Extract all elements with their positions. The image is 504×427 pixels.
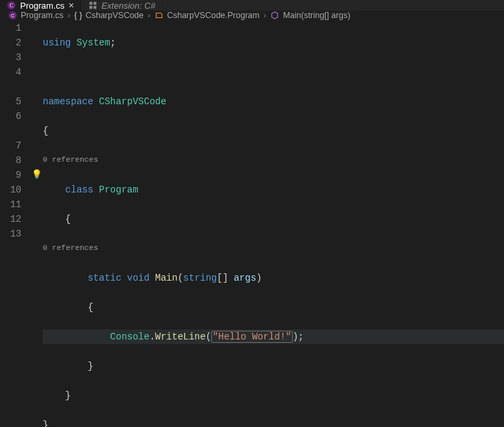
glyph-margin: 💡 [31, 21, 43, 427]
tab-program-cs[interactable]: C Program.cs × [0, 0, 82, 11]
csharp-file-icon: C [8, 11, 17, 20]
tab-extension-csharp[interactable]: Extension: C# [82, 0, 163, 11]
editor[interactable]: 1 2 3 4 5 6 7 8 9 10 11 12 13 💡 using Sy… [0, 21, 504, 427]
crumb-class[interactable]: CsharpVSCode.Program [154, 11, 259, 20]
method-icon [270, 11, 279, 20]
crumb-namespace[interactable]: { } CsharpVSCode [74, 11, 144, 20]
svg-rect-3 [94, 2, 96, 5]
tab-bar: C Program.cs × Extension: C# [0, 0, 504, 11]
braces-icon: { } [74, 11, 82, 20]
breadcrumb: C Program.cs › { } CsharpVSCode › Csharp… [0, 11, 504, 21]
svg-rect-5 [94, 6, 96, 9]
close-icon[interactable]: × [68, 0, 74, 11]
crumb-label: CsharpVSCode.Program [167, 11, 259, 20]
svg-rect-4 [89, 6, 92, 9]
chevron-right-icon: › [148, 11, 150, 20]
svg-text:C: C [11, 13, 15, 19]
svg-text:C: C [9, 3, 13, 9]
crumb-method[interactable]: Main(string[] args) [270, 11, 350, 20]
lightbulb-icon[interactable]: 💡 [31, 168, 42, 182]
csharp-file-icon: C [7, 1, 16, 10]
svg-rect-2 [89, 2, 92, 5]
crumb-label: Program.cs [21, 11, 64, 20]
codelens-references[interactable]: 0 references [43, 241, 504, 256]
tab-label: Program.cs [20, 1, 64, 11]
chevron-right-icon: › [263, 11, 266, 20]
class-icon [154, 11, 164, 20]
crumb-label: CsharpVSCode [86, 11, 144, 20]
line-gutter: 1 2 3 4 5 6 7 8 9 10 11 12 13 [0, 21, 31, 427]
codelens-references[interactable]: 0 references [43, 153, 504, 168]
chevron-right-icon: › [68, 11, 70, 20]
tab-label: Extension: C# [102, 1, 156, 11]
crumb-file[interactable]: C Program.cs [8, 11, 64, 20]
extension-icon [88, 1, 98, 10]
code-content[interactable]: using System; namespace CSharpVSCode { 0… [43, 21, 504, 427]
crumb-label: Main(string[] args) [283, 11, 350, 20]
